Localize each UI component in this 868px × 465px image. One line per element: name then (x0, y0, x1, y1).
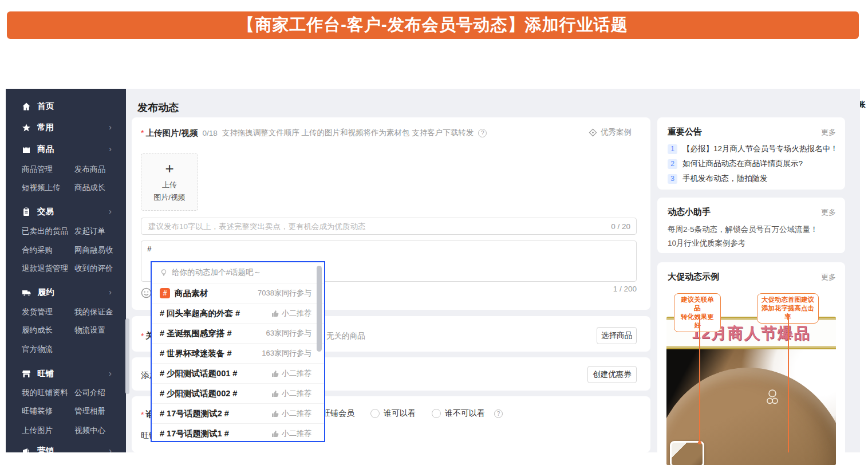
required-asterisk: * (141, 410, 144, 419)
sidebar-sub-video-upload[interactable]: 短视频上传 (22, 183, 61, 193)
sidebar-item-favorites[interactable]: 常用 (22, 122, 54, 133)
sidebar-sub-upload-image[interactable]: 上传图片 (22, 425, 53, 436)
thumb-up-icon (271, 390, 279, 397)
sidebar-sub-deposit[interactable]: 我的保证金 (74, 307, 113, 317)
sidebar-item-shop[interactable]: 旺铺 (22, 368, 54, 379)
sidebar-sub-contract-purchase[interactable]: 合约采购 (22, 245, 53, 255)
sidebar-sub-received-reviews[interactable]: 收到的评价 (74, 263, 113, 274)
radio-icon[interactable] (432, 409, 441, 418)
hash-badge-icon: # (160, 288, 170, 298)
topic-meta: 小二推荐 (271, 408, 311, 419)
sidebar-sub-goods-manage[interactable]: 商品管理 (22, 164, 53, 175)
promo-example-image[interactable]: 12月商人节爆品 (666, 317, 836, 465)
promo-callout-link-product: 建议关联单品转化效果更好 (674, 293, 721, 332)
topic-dropdown-hint: 给你的动态加个#话题吧～ (152, 262, 324, 283)
announcement-item[interactable]: 2 如何让商品动态在商品详情页展示? (668, 159, 839, 169)
sidebar-sub-fulfill-growth[interactable]: 履约成长 (22, 325, 53, 336)
sidebar-item-marketing[interactable]: 营销 (22, 446, 54, 452)
topic-item[interactable]: # 世界杯球迷装备 # 163家同行参与 (152, 343, 324, 363)
sidebar-sub-album-manage[interactable]: 管理相册 (74, 406, 105, 416)
announcement-number: 3 (668, 174, 677, 184)
topic-meta: 63家同行参与 (266, 328, 311, 338)
upload-hint: 支持拖拽调整文件顺序 上传的图片和视频将作为素材包 支持客户下载转发 (222, 128, 474, 138)
topic-meta: 小二推荐 (271, 388, 311, 399)
announcements-card: 重要公告 更多 1 【必报】12月商人节会员号专场火热报名中！ 2 如何让商品动… (657, 117, 845, 190)
topic-meta: 小二推荐 (271, 308, 311, 318)
announcement-item[interactable]: 3 手机发布动态，随拍随发 (668, 174, 839, 184)
create-coupon-button[interactable]: 创建优惠券 (587, 366, 637, 383)
announcement-item[interactable]: 1 【必报】12月商人节会员号专场火热报名中！ (668, 144, 839, 154)
chevron-right-icon[interactable]: › (109, 446, 112, 452)
upload-box-label: 上传 (162, 180, 177, 190)
topic-item[interactable]: # 商品素材 7038家同行参与 (152, 283, 324, 303)
sidebar-sub-create-order[interactable]: 发起订单 (74, 226, 105, 237)
radio-who-cannot-see[interactable]: 谁不可以看 (432, 408, 485, 419)
announcements-title: 重要公告 (668, 127, 702, 137)
bag-icon (22, 145, 31, 154)
topic-item[interactable]: # 17号话题测试1 # 小二推荐 (152, 423, 324, 442)
star-icon (22, 123, 31, 132)
sidebar-scrollbar[interactable] (125, 318, 129, 394)
topic-item[interactable]: # 少阳测试话题001 # 小二推荐 (152, 363, 324, 383)
compass-icon (589, 128, 597, 137)
sidebar-sub-shipping-manage[interactable]: 发货管理 (22, 307, 53, 317)
sidebar-sub-refund-manage[interactable]: 退款退货管理 (22, 263, 68, 274)
related-goods-hint: 无关的商品 (326, 331, 365, 341)
sidebar-item-trade[interactable]: 交易 (22, 206, 54, 217)
promo-product-thumbnail[interactable] (670, 441, 704, 465)
chevron-right-icon[interactable]: › (109, 368, 112, 378)
upload-box-label2: 图片/视频 (153, 192, 186, 203)
sidebar-item-fulfillment[interactable]: 履约 (22, 287, 54, 298)
sidebar-sub-wangshang-pay[interactable]: 网商融易收 (74, 245, 113, 255)
assistant-line1: 每周2-5条动态，解锁会员号百万公域流量！ (668, 224, 818, 235)
top-banner: 【商家工作台-客户-发布会员号动态】添加行业话题 (7, 11, 859, 39)
chevron-right-icon[interactable]: › (109, 122, 112, 132)
topic-item[interactable]: # 圣诞氛围感穿搭 # 63家同行参与 (152, 323, 324, 343)
promo-pointer-dot (698, 441, 701, 444)
topic-item[interactable]: # 17号话题测试2 # 小二推荐 (152, 403, 324, 423)
select-goods-button[interactable]: 选择商品 (597, 327, 637, 344)
radio-who-can-see[interactable]: 谁可以看 (370, 408, 416, 419)
dropdown-scrollbar[interactable] (317, 266, 322, 352)
announcements-more-link[interactable]: 更多 (821, 127, 836, 137)
sidebar: 首页 常用 › 商品 › 商品管理 发布商品 短视频上传 商品成长 交易 › 已… (6, 89, 126, 452)
radio-icon[interactable] (370, 409, 380, 418)
upload-dropzone[interactable]: + 上传 图片/视频 (141, 153, 198, 211)
chevron-right-icon[interactable]: › (109, 287, 112, 297)
promo-title: 大促动态示例 (668, 271, 719, 282)
sidebar-sub-goods-growth[interactable]: 商品成长 (74, 183, 105, 193)
promo-more-link[interactable]: 更多 (821, 272, 836, 282)
excellent-cases-link[interactable]: 优秀案例 (589, 127, 632, 137)
assistant-more-link[interactable]: 更多 (821, 207, 836, 218)
chevron-right-icon[interactable]: › (109, 144, 112, 153)
title-input[interactable] (147, 222, 611, 231)
sidebar-item-home[interactable]: 首页 (22, 101, 54, 112)
sidebar-sub-shop-profile[interactable]: 我的旺铺资料 (22, 388, 68, 398)
topic-item[interactable]: # 回头率超高的外套 # 小二推荐 (152, 303, 324, 323)
sidebar-sub-shop-decorate[interactable]: 旺铺装修 (22, 406, 53, 416)
thumb-up-icon (271, 430, 279, 438)
top-banner-title: 【商家工作台-客户-发布会员号动态】添加行业话题 (238, 14, 628, 37)
topic-meta: 163家同行参与 (262, 348, 311, 358)
thumb-up-icon (271, 310, 279, 317)
chevron-right-icon[interactable]: › (109, 206, 112, 216)
app-root: 【商家工作台-客户-发布会员号动态】添加行业话题 1688 商家工作台 工业品牌… (0, 0, 868, 465)
assistant-card: 动态小助手 更多 每周2-5条动态，解锁会员号百万公域流量！ 10月行业优质案例… (657, 198, 845, 253)
sidebar-sub-sold-goods[interactable]: 已卖出的货品 (22, 226, 68, 237)
title-input-wrap: 0 / 20 (141, 218, 637, 235)
sidebar-sub-goods-publish[interactable]: 发布商品 (74, 164, 105, 175)
assistant-line2: 10月行业优质案例参考 (668, 238, 746, 249)
sidebar-sub-official-logistics[interactable]: 官方物流 (22, 344, 53, 354)
content-text: # (147, 245, 152, 253)
help-icon[interactable]: ? (494, 409, 503, 418)
sidebar-sub-logistics-settings[interactable]: 物流设置 (74, 325, 105, 336)
assistant-title: 动态小助手 (668, 207, 711, 218)
sidebar-sub-company-intro[interactable]: 公司介绍 (74, 388, 105, 398)
help-icon[interactable]: ? (478, 129, 487, 137)
topic-item[interactable]: # 少阳测试话题002 # 小二推荐 (152, 383, 324, 403)
sidebar-item-goods[interactable]: 商品 (22, 144, 54, 155)
title-counter: 0 / 20 (611, 222, 630, 231)
storefront-icon (22, 369, 31, 379)
sidebar-sub-video-center[interactable]: 视频中心 (74, 425, 105, 436)
topic-meta: 小二推荐 (271, 368, 311, 379)
